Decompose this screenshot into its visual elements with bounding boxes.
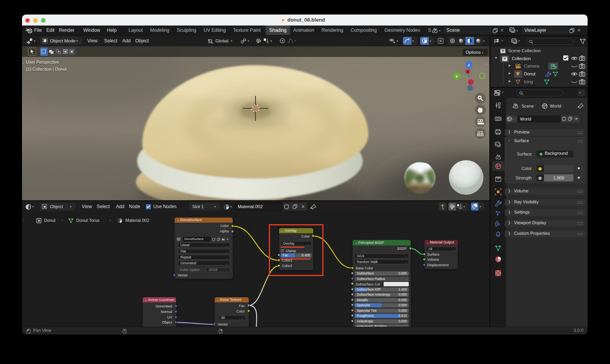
svg-text:Y: Y: [456, 74, 458, 79]
svg-text:X: X: [467, 70, 469, 74]
svg-text:Z: Z: [468, 63, 470, 67]
